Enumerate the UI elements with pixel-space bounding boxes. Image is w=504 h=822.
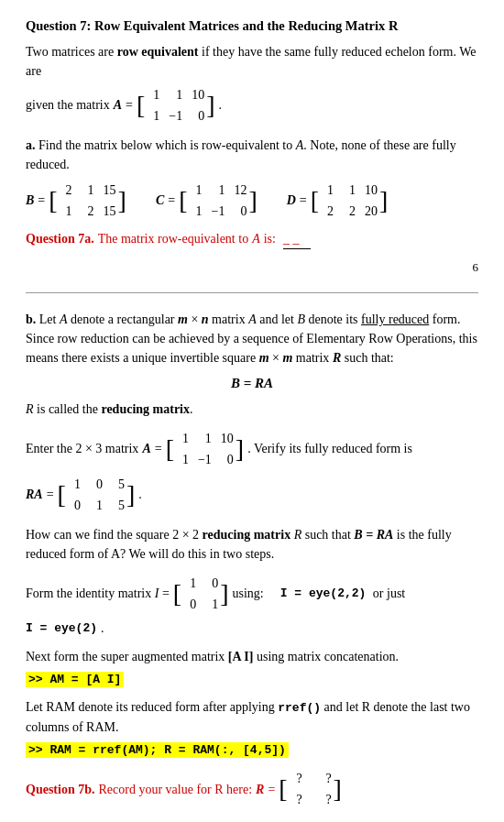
form-identity-line: Form the identity matrix I = [ 1 0 0 1 ]… [26, 573, 478, 638]
question-7b-line: Question 7b. Record your value for R her… [26, 768, 478, 810]
matrix-RA: [ 1 0 5 0 1 5 ] [58, 474, 136, 516]
bracket-left: [ [137, 93, 145, 118]
q7b-text: Record your value for R here: [98, 780, 252, 799]
augmented-section: Next form the super augmented matrix [A … [26, 647, 478, 689]
q7a-text: The matrix row-equivalent to [98, 229, 248, 248]
augmented-text: Next form the super augmented matrix [A … [26, 647, 478, 666]
how-section: How can we find the square 2 × 2 reducin… [26, 525, 478, 564]
intro-section: Two matrices are row equivalent if they … [26, 42, 478, 126]
part-a-label: a. Find the matrix below which is row-eq… [26, 136, 478, 174]
matrix-I: [ 1 0 0 1 ] [173, 573, 229, 615]
q7a-answer: _ _ [283, 229, 311, 249]
matrix-C-label: C [156, 191, 164, 210]
page-number: 6 [26, 258, 478, 277]
matrix-D-label: D [287, 191, 296, 210]
code-eye1: I = eye(2,2) [280, 585, 367, 603]
q7b-prefix: Question 7b. [26, 780, 94, 799]
code-rref: rref() [278, 701, 321, 715]
intro-text3: given the matrix [26, 95, 110, 115]
ram-text: Let RAM denote its reduced form after ap… [26, 697, 478, 737]
matrices-row: B = [ 2 1 15 1 2 15 ] C = [ [26, 180, 478, 222]
matrix-A: [ 1 1 10 1 −1 0 ] [137, 84, 215, 126]
ra-eq-line: RA = [ 1 0 5 0 1 5 ] . [26, 474, 478, 516]
matrix-C-group: C = [ 1 1 12 1 −1 0 ] [156, 180, 257, 222]
matrix-D-group: D = [ 1 1 10 2 2 20 ] [287, 180, 389, 222]
matrix-B-group: B = [ 2 1 15 1 2 15 ] [26, 180, 126, 222]
part-b-label: b. Let A denote a rectangular m × n matr… [26, 310, 478, 367]
part-a-section: a. Find the matrix below which is row-eq… [26, 136, 478, 249]
question-title: Question 7: Row Equivalent Matrices and … [26, 16, 478, 37]
bracket-right: ] [206, 93, 214, 118]
intro-text1: Two matrices are [26, 45, 117, 59]
matrix-A2: [ 1 1 10 1 −1 0 ] [166, 428, 245, 470]
q7a-italic: A [252, 229, 260, 248]
cmd-RAM: >> RAM = rref(AM); R = RAM(:, [4,5]) [26, 742, 289, 758]
code-eye2: I = eye(2) [26, 619, 97, 638]
matrix-C: [ 1 1 12 1 −1 0 ] [179, 180, 257, 222]
matrix-B: [ 2 1 15 1 2 15 ] [49, 180, 126, 222]
ram-section: Let RAM denote its reduced form after ap… [26, 697, 478, 759]
reducing-text: R is called the reducing matrix. [26, 400, 478, 419]
part-b-section: b. Let A denote a rectangular m × n matr… [26, 310, 478, 419]
matrix-B-label: B [26, 191, 34, 210]
center-eq: B = RA [26, 373, 478, 394]
matrix-R-answer: [ ? ? ? ? ] [279, 768, 342, 810]
matrix-D: [ 1 1 10 2 2 20 ] [311, 180, 389, 222]
matrix-A-label: A [114, 95, 122, 115]
form-identity-section: Form the identity matrix I = [ 1 0 0 1 ]… [26, 573, 478, 638]
cmd-AM: >> AM = [A I] [26, 672, 124, 687]
cmd-AM-line: >> AM = [A I] [26, 669, 478, 689]
cmd-RAM-line: >> RAM = rref(AM); R = RAM(:, [4,5]) [26, 740, 478, 760]
q7a-text2: is: [264, 229, 276, 248]
enter-matrix-line: Enter the 2 × 3 matrix A = [ 1 1 10 1 −1… [26, 428, 478, 470]
question-7b-section: Question 7b. Record your value for R her… [26, 768, 478, 810]
matrix-A-cells: 1 1 10 1 −1 0 [147, 84, 204, 126]
how-text: How can we find the square 2 × 2 reducin… [26, 525, 478, 564]
section-divider [26, 292, 478, 293]
intro-bold: row equivalent [117, 45, 199, 59]
q7a-prefix: Question 7a. [26, 229, 94, 248]
question-7a: Question 7a. The matrix row-equivalent t… [26, 229, 478, 249]
enter-matrix-section: Enter the 2 × 3 matrix A = [ 1 1 10 1 −1… [26, 428, 478, 516]
